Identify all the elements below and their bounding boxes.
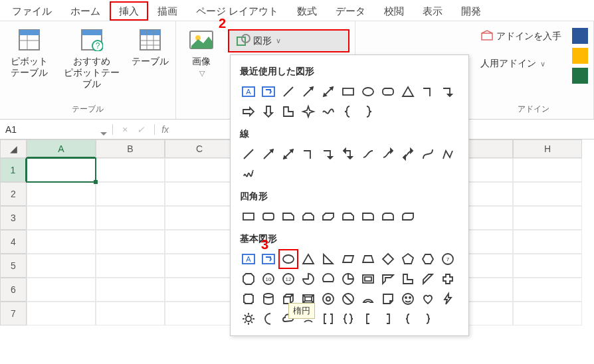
shape-hexagon[interactable] xyxy=(418,249,438,269)
shape-pie[interactable] xyxy=(298,269,318,289)
row-header-2[interactable]: 2 xyxy=(0,182,27,206)
fx-label[interactable]: fx xyxy=(155,124,175,135)
cell[interactable] xyxy=(165,230,234,254)
shape-trapezoid[interactable] xyxy=(358,249,378,269)
shape-scribble[interactable] xyxy=(239,164,258,184)
tab-insert[interactable]: 1 挿入 xyxy=(110,1,148,21)
shape-plaque[interactable] xyxy=(239,289,258,309)
visio-tile-icon[interactable] xyxy=(572,28,588,44)
tab-review[interactable]: 校閲 xyxy=(375,1,413,21)
shape-star4[interactable] xyxy=(298,102,318,122)
row-header-7[interactable]: 7 xyxy=(0,302,27,325)
cell[interactable] xyxy=(513,302,582,325)
col-header-h[interactable]: H xyxy=(513,139,582,158)
shape-chord[interactable] xyxy=(318,269,338,289)
shape-line-arrow[interactable] xyxy=(258,144,278,164)
shape-triangle[interactable] xyxy=(298,249,318,269)
tab-layout[interactable]: ページ レイアウト xyxy=(187,1,288,21)
shapes-button[interactable]: 2 図形 ∨ xyxy=(228,29,349,52)
shape-bracket-pair[interactable] xyxy=(318,309,338,329)
shape-lshape[interactable] xyxy=(398,269,418,289)
tab-file[interactable]: ファイル xyxy=(3,1,61,21)
tab-data[interactable]: データ xyxy=(326,1,375,21)
shape-diagstripe[interactable] xyxy=(418,269,438,289)
cell[interactable] xyxy=(513,206,582,230)
people-tile-icon[interactable] xyxy=(572,68,588,84)
row-header-5[interactable]: 5 xyxy=(0,254,27,278)
shape-rect[interactable] xyxy=(239,207,258,227)
col-header-b[interactable]: B xyxy=(96,139,165,158)
cell[interactable] xyxy=(165,206,234,230)
shape-round-rect[interactable] xyxy=(378,82,398,102)
shape-decagon[interactable]: 10 xyxy=(258,269,278,289)
shape-rtriangle[interactable] xyxy=(318,249,338,269)
shape-freeform[interactable] xyxy=(438,144,458,164)
shape-round-rect[interactable] xyxy=(258,207,278,227)
cell[interactable] xyxy=(96,302,165,325)
shape-elbow[interactable] xyxy=(418,82,438,102)
shape-curve[interactable] xyxy=(418,144,438,164)
shape-elbow-double[interactable] xyxy=(338,144,358,164)
shape-dodecagon[interactable]: 12 xyxy=(278,269,298,289)
cell[interactable] xyxy=(165,182,234,206)
cell[interactable] xyxy=(165,158,234,182)
shape-brace-left[interactable] xyxy=(338,102,358,122)
shape-octagon[interactable] xyxy=(239,269,258,289)
tab-draw[interactable]: 描画 xyxy=(148,1,187,21)
shape-triangle[interactable] xyxy=(398,82,418,102)
my-addins-button[interactable]: 人用アドイン ∨ xyxy=(479,55,563,72)
cell[interactable] xyxy=(165,278,234,302)
tab-dev[interactable]: 開発 xyxy=(452,1,490,21)
shape-round2-diag[interactable] xyxy=(398,207,418,227)
shape-elbow-arrow[interactable] xyxy=(438,82,458,102)
tab-formula[interactable]: 数式 xyxy=(288,1,326,21)
recommended-pivot-button[interactable]: ? おすすめ ピボットテーブル xyxy=(60,27,124,89)
cell[interactable] xyxy=(27,182,96,206)
shape-textbox[interactable]: A xyxy=(239,249,258,269)
cell[interactable] xyxy=(165,254,234,278)
shape-foldedcorner[interactable] xyxy=(378,289,398,309)
shape-arrow-down[interactable] xyxy=(258,102,278,122)
shape-line[interactable] xyxy=(278,82,298,102)
col-header-a[interactable]: A xyxy=(27,139,96,158)
shape-snip2-diag[interactable] xyxy=(318,207,338,227)
shape-snip1[interactable] xyxy=(278,207,298,227)
cell[interactable] xyxy=(513,230,582,254)
shape-lightning[interactable] xyxy=(438,289,458,309)
shape-rect[interactable] xyxy=(338,82,358,102)
shape-halfframe[interactable] xyxy=(378,269,398,289)
shape-moon[interactable] xyxy=(258,309,278,329)
shape-sun[interactable] xyxy=(239,309,258,329)
cell[interactable] xyxy=(96,230,165,254)
shape-line[interactable] xyxy=(239,144,258,164)
shape-heart[interactable] xyxy=(418,289,438,309)
shape-brace-right[interactable] xyxy=(418,309,438,329)
shape-donut[interactable] xyxy=(318,289,338,309)
shape-snipround[interactable] xyxy=(338,207,358,227)
cell[interactable] xyxy=(513,158,582,182)
shape-oval[interactable] xyxy=(278,249,298,269)
shape-curve-double[interactable] xyxy=(398,144,418,164)
cell[interactable] xyxy=(27,278,96,302)
cell[interactable] xyxy=(165,302,234,325)
shape-pentagon[interactable] xyxy=(398,249,418,269)
shape-wave[interactable] xyxy=(318,102,338,122)
cell[interactable] xyxy=(96,206,165,230)
shape-frame[interactable] xyxy=(358,269,378,289)
shape-round1[interactable] xyxy=(358,207,378,227)
shape-diamond[interactable] xyxy=(378,249,398,269)
shape-bracket-left[interactable] xyxy=(358,309,378,329)
shape-bracket-right[interactable] xyxy=(378,309,398,329)
cell[interactable] xyxy=(513,254,582,278)
shape-round2-same[interactable] xyxy=(378,207,398,227)
shape-oval[interactable] xyxy=(358,82,378,102)
col-header-c[interactable]: C xyxy=(165,139,234,158)
shape-double-arrow-line[interactable] xyxy=(318,82,338,102)
row-header-1[interactable]: 1 xyxy=(0,158,27,182)
shape-textbox[interactable]: A xyxy=(239,82,258,102)
table-button[interactable]: テーブル xyxy=(130,27,170,67)
cell[interactable] xyxy=(513,278,582,302)
shape-brace-left[interactable] xyxy=(398,309,418,329)
tab-view[interactable]: 表示 xyxy=(413,1,452,21)
row-header-3[interactable]: 3 xyxy=(0,206,27,230)
